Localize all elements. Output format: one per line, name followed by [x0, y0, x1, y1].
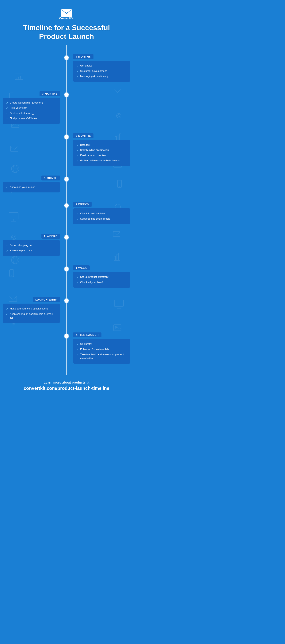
check-icon: ✓ — [76, 217, 79, 221]
item-text: Keep sharing on social media & email lis… — [10, 312, 56, 320]
content-box-1-week: ✓Set up product storefront✓Check all you… — [73, 272, 130, 288]
check-icon: ✓ — [76, 75, 79, 78]
item-text: Celebrate! — [80, 342, 92, 346]
content-box-3-weeks: ✓Check in with affiliates✓Start seeding … — [73, 208, 130, 224]
list-item: ✓Set up product storefront — [76, 274, 127, 280]
check-icon: ✓ — [76, 212, 79, 216]
header: ConvertKit Timeline for a Successful Pro… — [0, 0, 133, 45]
timeline-node-launch-week — [64, 299, 68, 303]
logo-icon — [61, 8, 72, 17]
timeline-item-1-week: 1 WEEK✓Set up product storefront✓Check a… — [0, 264, 133, 288]
list-item: ✓Research paid traffic — [6, 248, 56, 254]
list-item: ✓Celebrate! — [76, 342, 127, 347]
list-item: ✓Finalize launch content — [76, 153, 127, 158]
time-label-3-weeks: 3 WEEKS — [73, 202, 92, 207]
list-item: ✓Check all your links! — [76, 280, 127, 285]
timeline-item-1-month: 1 MONTH✓Announce your launch — [0, 174, 133, 193]
page-wrapper: ConvertKit Timeline for a Successful Pro… — [0, 0, 133, 410]
item-text: Customer development — [80, 69, 107, 73]
item-text: Set up shopping cart — [10, 243, 33, 247]
list-item: ✓Get advice — [76, 63, 127, 68]
time-label-2-months: 2 MONTHS — [73, 133, 94, 138]
item-text: Beta test — [80, 143, 90, 147]
item-text: Follow up for testimonials — [80, 348, 109, 351]
content-box-2-weeks: ✓Set up shopping cart✓Research paid traf… — [3, 240, 60, 256]
item-text: Get advice — [80, 64, 92, 68]
timeline-item-launch-week: LAUNCH WEEK✓Make your launch a special e… — [0, 295, 133, 323]
item-text: Finalize launch content — [80, 154, 106, 157]
check-icon: ✓ — [76, 144, 79, 147]
timeline-node-3-months — [64, 93, 68, 97]
item-text: Find promoters/affiliates — [10, 116, 37, 120]
content-box-after-launch: ✓Celebrate!✓Follow up for testimonials✓T… — [73, 339, 130, 364]
item-text: Check in with affiliates — [80, 212, 106, 216]
list-item: ✓Start seeding social media — [76, 216, 127, 222]
check-icon: ✓ — [76, 348, 79, 352]
check-icon: ✓ — [76, 70, 79, 73]
timeline-item-2-months: 2 MONTHS✓Beta test✓Start building antici… — [0, 132, 133, 166]
time-label-1-month: 1 MONTH — [42, 176, 60, 180]
list-item: ✓Make your launch a special event — [6, 306, 56, 312]
logo-container: ConvertKit — [4, 8, 129, 20]
list-item: ✓Find promoters/affiliates — [6, 116, 56, 121]
content-box-4-months: ✓Get advice✓Customer development✓Messagi… — [73, 60, 130, 82]
footer-url: convertkit.com/product-launch-timeline — [4, 386, 129, 391]
check-icon: ✓ — [6, 312, 8, 316]
check-icon: ✓ — [76, 276, 79, 279]
list-item: ✓Set up shopping cart — [6, 243, 56, 248]
item-text: Research paid traffic — [10, 249, 33, 252]
time-label-1-week: 1 WEEK — [73, 266, 90, 270]
check-icon: ✓ — [76, 159, 79, 163]
check-icon: ✓ — [76, 148, 79, 152]
item-text: Take feedback and make your product even… — [80, 352, 127, 360]
page-title: Timeline for a Successful Product Launch — [4, 24, 129, 41]
list-item: ✓Keep sharing on social media & email li… — [6, 312, 56, 320]
item-text: Start seeding social media — [80, 217, 110, 221]
content-box-3-months: ✓Create launch plan & content✓Prep your … — [3, 98, 60, 124]
time-label-launch-week: LAUNCH WEEK — [33, 297, 60, 302]
list-item: ✓Check in with affiliates — [76, 211, 127, 216]
check-icon: ✓ — [6, 307, 8, 311]
timeline-node-1-week — [64, 267, 68, 271]
timeline-item-4-months: 4 MONTHS✓Get advice✓Customer development… — [0, 52, 133, 82]
item-text: Prep your team — [10, 106, 27, 110]
timeline-container: 4 MONTHS✓Get advice✓Customer development… — [0, 45, 133, 375]
timeline-node-1-month — [64, 177, 68, 181]
timeline-item-3-weeks: 3 WEEKS✓Check in with affiliates✓Start s… — [0, 200, 133, 224]
timeline-item-2-weeks: 2 WEEKS✓Set up shopping cart✓Research pa… — [0, 232, 133, 256]
item-text: Create launch plan & content — [10, 101, 43, 105]
time-label-2-weeks: 2 WEEKS — [42, 234, 60, 238]
list-item: ✓Go-to-market strategy — [6, 111, 56, 116]
item-text: Start building anticipation — [80, 148, 109, 152]
item-text: Announce your launch — [10, 185, 35, 189]
check-icon: ✓ — [76, 281, 79, 284]
item-text: Gather reviewers from beta testers — [80, 159, 120, 162]
timeline-node-2-weeks — [64, 235, 68, 239]
item-text: Messaging & positioning — [80, 74, 108, 78]
timeline-node-3-weeks — [64, 204, 68, 208]
content-box-1-month: ✓Announce your launch — [3, 182, 60, 193]
check-icon: ✓ — [6, 117, 8, 121]
check-icon: ✓ — [76, 64, 79, 68]
timeline-node-2-months — [64, 135, 68, 139]
footer: Learn more about products at convertkit.… — [0, 375, 133, 398]
list-item: ✓Follow up for testimonials — [76, 347, 127, 352]
content-box-2-months: ✓Beta test✓Start building anticipation✓F… — [73, 140, 130, 166]
timeline-node-4-months — [64, 56, 68, 60]
brand-name: ConvertKit — [59, 17, 74, 20]
check-icon: ✓ — [6, 106, 8, 110]
list-item: ✓Create launch plan & content — [6, 100, 56, 106]
check-icon: ✓ — [6, 101, 8, 105]
timeline-item-after-launch: AFTER LAUNCH✓Celebrate!✓Follow up for te… — [0, 330, 133, 364]
list-item: ✓Customer development — [76, 68, 127, 74]
list-item: ✓Gather reviewers from beta testers — [76, 158, 127, 163]
time-label-3-months: 3 MONTHS — [40, 91, 60, 96]
time-label-4-months: 4 MONTHS — [73, 54, 94, 59]
timeline-item-3-months: 3 MONTHS✓Create launch plan & content✓Pr… — [0, 89, 133, 124]
list-item: ✓Announce your launch — [6, 185, 56, 190]
check-icon: ✓ — [6, 112, 8, 116]
item-text: Set up product storefront — [80, 275, 108, 279]
time-label-after-launch: AFTER LAUNCH — [73, 332, 102, 338]
check-icon: ✓ — [6, 244, 8, 248]
list-item: ✓Messaging & positioning — [76, 74, 127, 79]
